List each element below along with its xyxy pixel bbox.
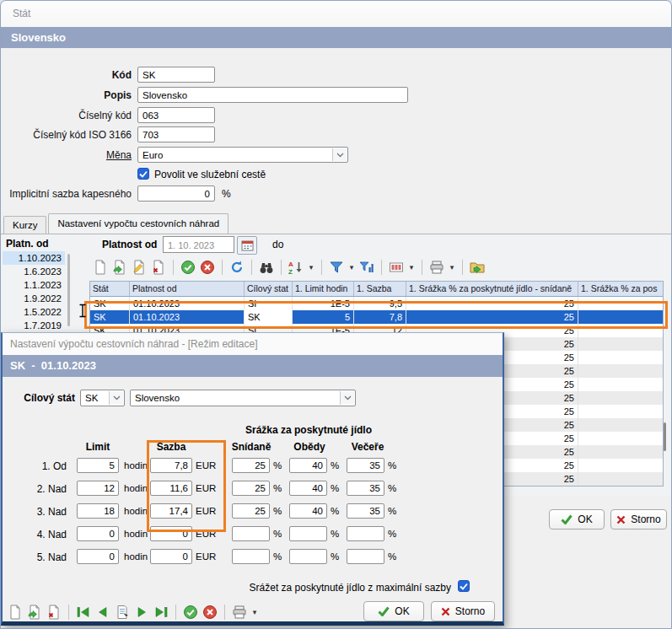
grid-cell-platnost[interactable]: 01.10.2023: [130, 310, 245, 324]
grid-cell-sazba[interactable]: 7,8: [354, 310, 406, 324]
sazba-field[interactable]: 0: [150, 549, 192, 564]
new-record-icon[interactable]: [7, 604, 24, 621]
validity-list-item[interactable]: 1.1.2023: [3, 278, 65, 292]
grid-cell-stat[interactable]: SK: [90, 310, 130, 324]
obedy-field[interactable]: 40: [289, 458, 327, 473]
sort-az-icon[interactable]: AZ: [288, 259, 304, 276]
povolit-checkbox[interactable]: [137, 168, 149, 180]
grid-cell-platnost[interactable]: 01.10.2023: [130, 297, 245, 310]
refresh-icon[interactable]: [228, 259, 245, 276]
chevron-down-icon[interactable]: [340, 391, 354, 405]
dropdown-arrow[interactable]: ▾: [307, 263, 315, 271]
accept-icon[interactable]: [182, 604, 199, 621]
ciselny-kod-field[interactable]: 063: [137, 107, 215, 123]
edit-record-icon[interactable]: [131, 259, 148, 276]
modal-storno-button[interactable]: Storno: [431, 601, 495, 621]
calendar-button[interactable]: [237, 236, 257, 255]
vecere-field[interactable]: [347, 526, 384, 541]
snidane-field[interactable]: [232, 526, 270, 541]
snidane-field[interactable]: 25: [232, 458, 270, 473]
grid-column-header[interactable]: 1. Srážka % za poskytnuté jídlo - snídan…: [406, 282, 578, 296]
grid-cell-pos[interactable]: [578, 391, 663, 405]
copy-record-icon[interactable]: [26, 604, 43, 621]
grid-cell-cilovy[interactable]: SI: [245, 297, 293, 310]
grid-cell-pos[interactable]: [578, 337, 663, 351]
validity-list-item[interactable]: 1.10.2023: [3, 251, 65, 265]
grid-cell-pos[interactable]: [578, 351, 663, 364]
nav-next-icon[interactable]: [133, 604, 150, 621]
sazba-field[interactable]: 7,8: [150, 458, 192, 473]
chevron-down-icon[interactable]: [109, 391, 123, 405]
dropdown-arrow[interactable]: ▾: [448, 263, 456, 271]
search-binoculars-icon[interactable]: [258, 259, 275, 276]
ok-button[interactable]: OK: [549, 509, 605, 530]
snidane-field[interactable]: [232, 549, 270, 564]
nav-first-icon[interactable]: [75, 604, 92, 621]
delete-record-icon[interactable]: [46, 604, 62, 621]
validity-list-item[interactable]: 1.5.2022: [3, 305, 65, 319]
grid-cell-limit[interactable]: 1E-5: [293, 297, 354, 310]
nav-last-icon[interactable]: [153, 604, 169, 621]
validity-scrollbar[interactable]: [67, 254, 70, 326]
dropdown-arrow[interactable]: ▾: [250, 608, 259, 616]
limit-field[interactable]: 12: [77, 481, 119, 496]
mena-combobox[interactable]: Euro: [137, 147, 348, 163]
vecere-field[interactable]: 35: [347, 481, 384, 496]
grid-cell-cilovy[interactable]: SK: [245, 310, 293, 324]
sazba-field[interactable]: 17,4: [150, 503, 192, 519]
iso-kod-field[interactable]: 703: [137, 126, 215, 142]
grid-cell-pos[interactable]: [578, 378, 663, 391]
tab-nastaveni-vypoctu-cestovnich-nahrad[interactable]: Nastavení vypočtu cestovních náhrad: [48, 213, 228, 234]
delete-record-icon[interactable]: [150, 259, 167, 276]
limit-field[interactable]: 18: [77, 503, 119, 519]
nav-list-icon[interactable]: [114, 604, 131, 621]
chevron-down-icon[interactable]: [332, 148, 347, 161]
cancel-icon[interactable]: [199, 259, 216, 276]
grid-cell-pos[interactable]: [578, 418, 663, 432]
grid-column-header[interactable]: Platnost od: [130, 282, 245, 296]
srazet-checkbox[interactable]: [458, 580, 470, 592]
obedy-field[interactable]: [289, 549, 327, 564]
grid-column-header[interactable]: 1. Sazba: [354, 282, 406, 296]
grid-cell-pos[interactable]: [578, 297, 663, 310]
limit-field[interactable]: 5: [77, 458, 119, 473]
kod-field[interactable]: SK: [137, 67, 215, 83]
grid-row-selected[interactable]: SK01.10.2023SK57,825: [90, 310, 663, 324]
grid-column-header[interactable]: 1. Srážka % za pos: [578, 282, 663, 296]
filter-icon[interactable]: [328, 259, 345, 276]
grid-cell-pos[interactable]: [578, 310, 663, 324]
cancel-icon[interactable]: [202, 604, 218, 621]
grid-cell-pos[interactable]: [578, 445, 663, 459]
sazba-field[interactable]: 0: [150, 526, 192, 541]
grid-scrollbar[interactable]: [664, 422, 666, 451]
popis-field[interactable]: Slovensko: [137, 87, 408, 103]
obedy-field[interactable]: 40: [289, 503, 327, 519]
vecere-field[interactable]: 35: [347, 458, 384, 473]
grid-cell-limit[interactable]: 5: [293, 310, 354, 324]
vecere-field[interactable]: 35: [347, 503, 384, 519]
cilovy-stat-name-combobox[interactable]: Slovensko: [130, 390, 356, 406]
sazba-field[interactable]: 11,6: [150, 481, 192, 496]
snidane-field[interactable]: 25: [232, 481, 270, 496]
grid-cell-pos[interactable]: [578, 432, 663, 445]
grid-cell-stat[interactable]: SK: [90, 297, 130, 310]
nav-prev-icon[interactable]: [94, 604, 111, 621]
limit-field[interactable]: 0: [77, 549, 119, 564]
platnost-od-date-field[interactable]: 1. 10. 2023: [163, 236, 234, 253]
columns-icon[interactable]: [388, 259, 405, 276]
mena-label[interactable]: Měna: [1, 149, 132, 161]
vecere-field[interactable]: [347, 549, 384, 564]
grid-column-header[interactable]: Stát: [90, 282, 130, 296]
grid-column-header[interactable]: Cílový stat: [245, 282, 293, 296]
dropdown-arrow[interactable]: ▾: [347, 263, 356, 271]
grid-cell-pos[interactable]: [578, 405, 663, 418]
grid-cell-snidane[interactable]: 25: [406, 297, 578, 310]
print-icon[interactable]: [428, 259, 445, 276]
obedy-field[interactable]: [289, 526, 327, 541]
validity-list-item[interactable]: 1.9.2022: [3, 292, 65, 305]
accept-icon[interactable]: [180, 259, 196, 276]
grid-cell-pos[interactable]: [578, 324, 663, 337]
new-record-icon[interactable]: [92, 259, 109, 276]
obedy-field[interactable]: 40: [289, 481, 327, 496]
export-folder-icon[interactable]: [469, 259, 486, 276]
